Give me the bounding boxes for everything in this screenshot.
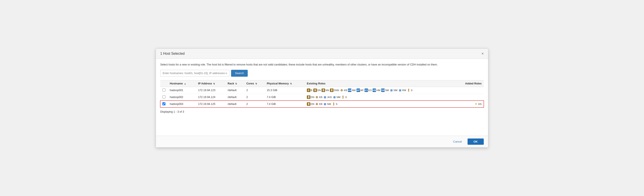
- role-badge: 🗄 DN: [307, 102, 314, 106]
- row-hostname: hadoop003: [168, 100, 196, 107]
- row-checkbox[interactable]: [162, 96, 166, 98]
- row-rack: /default: [226, 100, 244, 107]
- close-button[interactable]: ×: [482, 52, 484, 56]
- role-badge: ⚙ KB: [315, 102, 322, 106]
- row-ip: 172.19.94.123: [196, 87, 226, 94]
- modal-description: Select hosts for a new or existing role.…: [160, 63, 484, 67]
- col-memory: Physical Memory ⇅: [264, 80, 305, 87]
- role-badge: 🗄 SNN: [330, 89, 339, 92]
- displaying-text: Displaying 1 - 3 of 3: [160, 110, 484, 113]
- row-memory: 7.4 GiB: [264, 94, 305, 100]
- table-row: hadoop001172.19.94.123/default215.3 GiBB…: [160, 87, 484, 94]
- modal-body: Select hosts for a new or existing role.…: [156, 59, 488, 136]
- role-badge: ⊞ NM: [323, 102, 331, 106]
- role-badge: ⊞ NM: [333, 96, 340, 99]
- col-hostname: Hostname ▲: [168, 80, 196, 87]
- row-checkbox-cell: [160, 87, 168, 94]
- modal-header: 1 Host Selected ×: [156, 49, 488, 59]
- row-ip: 172.19.94.125: [196, 100, 226, 107]
- search-button[interactable]: Search: [231, 70, 248, 77]
- role-badge: 🧍 S: [407, 89, 412, 92]
- row-added-roles: [455, 94, 484, 100]
- role-badge: AM AM: [348, 89, 356, 92]
- row-memory: 15.3 GiB: [264, 87, 305, 94]
- host-select-modal: 1 Host Selected × Select hosts for a new…: [156, 48, 488, 148]
- role-badge: 🗄 DN: [307, 96, 314, 99]
- hostname-sort-icon[interactable]: ▲: [184, 83, 186, 85]
- ok-button[interactable]: OK: [468, 138, 484, 145]
- role-badge: B B: [307, 89, 312, 92]
- rack-sort-icon[interactable]: ⇅: [235, 83, 237, 85]
- search-input[interactable]: [160, 70, 229, 77]
- role-badge: AP AP: [356, 89, 364, 92]
- added-role-badge: ✦ HS: [474, 102, 482, 106]
- search-row: Search: [160, 70, 484, 77]
- hosts-table: Hostname ▲ IP Address ⇅ Rack ⇅ Cores ⇅ P…: [160, 80, 484, 108]
- row-memory: 7.4 GiB: [264, 100, 305, 107]
- row-hostname: hadoop002: [168, 94, 196, 100]
- row-existing-roles: 🗄 DN⚙ KB⊞ JHS⊞ NM🧍 S: [305, 94, 455, 100]
- ip-sort-icon[interactable]: ⇅: [213, 83, 215, 85]
- role-badge: ⚙ KB: [340, 89, 347, 92]
- role-badge: 🗄 DN: [313, 89, 321, 92]
- role-badge: 🧍 S: [341, 96, 347, 99]
- row-ip: 172.19.94.124: [196, 94, 226, 100]
- col-ip: IP Address ⇅: [196, 80, 226, 87]
- row-existing-roles: B B🗄 DN🗄 NN🗄 SNN⚙ KBAM AMAP APES ESHM HM…: [305, 87, 455, 94]
- table-header-row: Hostname ▲ IP Address ⇅ Rack ⇅ Cores ⇅ P…: [160, 80, 484, 87]
- row-cores: 2: [244, 87, 264, 94]
- modal-title: 1 Host Selected: [160, 52, 185, 56]
- memory-sort-icon[interactable]: ⇅: [290, 83, 292, 85]
- cancel-button[interactable]: Cancel: [450, 138, 465, 145]
- cores-sort-icon[interactable]: ⇅: [255, 83, 257, 85]
- role-badge: ⊞ JHS: [323, 96, 332, 99]
- row-added-roles: ✦ HS: [455, 100, 484, 107]
- row-cores: 2: [244, 100, 264, 107]
- row-added-roles: [455, 87, 484, 94]
- role-badge: ⊞ NM: [390, 89, 397, 92]
- row-cores: 2: [244, 94, 264, 100]
- col-checkbox: [160, 80, 168, 87]
- table-row: hadoop002172.19.94.124/default27.4 GiB🗄 …: [160, 94, 484, 100]
- role-badge: ⚙ KB: [315, 96, 322, 99]
- row-checkbox-cell: [160, 94, 168, 100]
- row-rack: /default: [226, 87, 244, 94]
- modal-footer: Cancel OK: [156, 136, 488, 147]
- col-rack: Rack ⇅: [226, 80, 244, 87]
- role-badge: HM HM: [372, 89, 380, 92]
- role-badge: 🧍 S: [332, 102, 338, 106]
- row-existing-roles: 🗄 DN⚙ KB⊞ NM🧍 S: [305, 100, 455, 107]
- role-badge: ⊞ RM: [398, 89, 406, 92]
- row-checkbox-cell: [160, 100, 168, 107]
- table-row: hadoop003172.19.94.125/default27.4 GiB🗄 …: [160, 100, 484, 107]
- row-checkbox[interactable]: [162, 102, 166, 105]
- row-hostname: hadoop001: [168, 87, 196, 94]
- row-checkbox[interactable]: [162, 89, 166, 92]
- col-cores: Cores ⇅: [244, 80, 264, 87]
- role-badge: 🗄 NN: [322, 89, 329, 92]
- col-roles: Existing Roles: [305, 80, 455, 87]
- col-added-roles: Added Roles: [455, 80, 484, 87]
- role-badge: SM SM: [381, 89, 389, 92]
- role-badge: ES ES: [364, 89, 372, 92]
- row-rack: /default: [226, 94, 244, 100]
